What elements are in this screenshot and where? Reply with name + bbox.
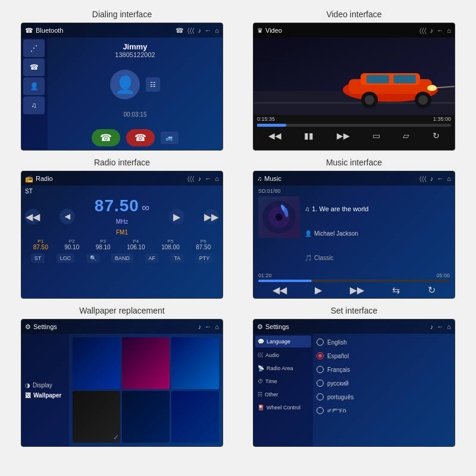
display-label: Display — [33, 382, 52, 389]
dial-main: Jimmy 13805122002 👤 ☷ 00:03:15 ☎ ☎ 🚙 — [48, 37, 223, 150]
wallpaper-thumb-3[interactable] — [171, 337, 219, 389]
dial-call-btn[interactable]: ☎ — [23, 58, 45, 76]
music-vol-icon[interactable]: ♪ — [430, 175, 434, 182]
video-title-text: Video — [265, 27, 282, 34]
equalizer-icon[interactable]: 〈〈〈 — [187, 27, 195, 35]
wallpaper-home-icon[interactable]: ⌂ — [215, 323, 219, 330]
settings-menu-time[interactable]: ⏱ Time — [255, 375, 311, 387]
radio-home-icon[interactable]: ⌂ — [215, 175, 219, 182]
lang-french[interactable]: Français — [317, 364, 451, 375]
preset-6[interactable]: P6 87.50 — [196, 239, 211, 250]
display-icon: ◑ — [25, 382, 30, 389]
radio-btn-ta[interactable]: TA — [170, 253, 184, 263]
music-next-btn[interactable]: ▶▶ — [350, 284, 364, 296]
video-btn-row: ◀◀ ▮▮ ▶▶ ▭ ▱ ↻ — [257, 129, 451, 143]
video-pause-btn[interactable]: ▮▮ — [304, 131, 314, 140]
preset-3[interactable]: P3 98.10 — [96, 239, 111, 250]
video-back-icon[interactable]: ← — [437, 27, 443, 34]
preset-2[interactable]: P2 90.10 — [64, 239, 79, 250]
phone-icon[interactable]: ☎ — [176, 27, 184, 35]
preset-4[interactable]: P4 106.10 — [127, 239, 145, 250]
music-prev-btn[interactable]: ◀◀ — [273, 284, 287, 296]
accept-call-button[interactable]: ☎ — [92, 129, 120, 146]
volume-icon[interactable]: ♪ — [198, 27, 202, 34]
music-progress-bar[interactable] — [258, 280, 450, 282]
radio-btn-search[interactable]: 🔍 — [86, 253, 100, 263]
lang-spanish[interactable]: Español — [317, 350, 451, 362]
music-title-row: ♫ 1. We are the world — [305, 205, 450, 212]
wallpaper-thumb-6[interactable] — [171, 391, 219, 443]
keypad-grid-btn[interactable]: ☷ — [146, 77, 160, 92]
preset-5[interactable]: P5 108.00 — [161, 239, 180, 250]
wheel-icon: 🎴 — [258, 405, 264, 411]
radio-btn-af[interactable]: AF — [145, 253, 159, 263]
video-vol-icon[interactable]: ♪ — [430, 27, 434, 34]
music-content: SD:01/80 ♫ 1. We — [253, 186, 455, 298]
video-repeat-btn[interactable]: ↻ — [433, 131, 440, 140]
video-eq-icon[interactable]: 〈〈〈 — [419, 27, 427, 35]
dial-music-btn[interactable]: ♫ — [23, 96, 45, 114]
radio-btn-loc[interactable]: LOC — [57, 253, 75, 263]
other-call-button[interactable]: 🚙 — [161, 131, 178, 144]
wallpaper-back-icon[interactable]: ← — [205, 323, 211, 330]
video-progress-bar[interactable] — [257, 124, 451, 127]
home-icon[interactable]: ⌂ — [215, 27, 219, 34]
settings-menu-other[interactable]: ☷ Other — [255, 389, 311, 400]
lang-other[interactable]: ሆምፑስ — [317, 405, 451, 416]
wallpaper-thumb-4[interactable] — [73, 391, 120, 443]
radio-vol-icon[interactable]: ♪ — [198, 175, 202, 182]
wallpaper-vol-icon[interactable]: ♪ — [198, 323, 202, 330]
settings-menu-wheel[interactable]: 🎴 Wheel Control — [255, 402, 311, 414]
dialing-screen: ☎ Bluetooth ☎ 〈〈〈 ♪ ← ⌂ ⋰ ☎ 👤 ♫ — [21, 23, 223, 151]
preset-6-freq: 87.50 — [196, 244, 211, 250]
settings-menu-audio[interactable]: 〈〈〈 Audio — [255, 349, 311, 361]
radio-back-icon[interactable]: ← — [205, 175, 211, 182]
freq-display: 87.50 ∞ MHz FM1 — [95, 196, 149, 237]
music-eq-icon[interactable]: 〈〈〈 — [419, 175, 427, 183]
dialing-topbar-icons: ☎ 〈〈〈 ♪ ← ⌂ — [176, 27, 219, 35]
radio-btn-band[interactable]: BAND — [111, 253, 133, 263]
video-aspect-btn[interactable]: ▱ — [403, 131, 409, 140]
video-time-current: 0:15:35 — [257, 116, 275, 122]
music-shuffle-btn[interactable]: ⇆ — [392, 284, 400, 296]
video-crown-icon: ♛ — [257, 27, 263, 35]
wallpaper-topbar: ⚙ Settings ♪ ← ⌂ — [21, 320, 223, 334]
music-back-icon[interactable]: ← — [437, 175, 443, 182]
music-repeat-btn[interactable]: ↻ — [428, 284, 436, 296]
freq-skip-next[interactable]: ▶▶ — [203, 209, 219, 224]
wallpaper-thumb-2[interactable] — [122, 337, 170, 389]
video-prev-btn[interactable]: ◀◀ — [268, 131, 281, 140]
music-note-icon: ♫ — [257, 175, 262, 182]
settings-vol-icon[interactable]: ♪ — [430, 323, 434, 330]
preset-1[interactable]: P1 87.50 — [33, 239, 48, 250]
wallpaper-thumb-5[interactable] — [122, 391, 170, 443]
lang-russian[interactable]: русский — [317, 377, 451, 389]
lang-portuguese[interactable]: português — [317, 391, 451, 403]
wallpaper-menu-display[interactable]: ◑ Display — [25, 382, 65, 389]
radio-btn-pty[interactable]: PTY — [196, 253, 214, 263]
video-home-icon[interactable]: ⌂ — [447, 27, 451, 34]
freq-prev[interactable]: ◄ — [60, 209, 75, 224]
music-track-icon: ♫ — [305, 205, 309, 212]
music-play-btn[interactable]: ▶ — [315, 284, 322, 296]
dial-contact-btn[interactable]: 👤 — [23, 77, 45, 95]
radio-btn-st[interactable]: ST — [31, 253, 45, 263]
decline-call-button[interactable]: ☎ — [126, 129, 155, 146]
lang-other-radio — [317, 407, 324, 414]
wallpaper-thumb-1[interactable] — [73, 337, 120, 389]
radio-eq-icon[interactable]: 〈〈〈 — [187, 175, 195, 183]
wallpaper-menu-wallpaper[interactable]: 🖼 Wallpaper — [25, 392, 65, 399]
settings-back-icon[interactable]: ← — [437, 323, 443, 330]
settings-home-icon[interactable]: ⌂ — [447, 323, 451, 330]
video-next-btn[interactable]: ▶▶ — [337, 131, 350, 140]
back-icon[interactable]: ← — [205, 27, 211, 34]
video-progress-fill — [257, 124, 286, 127]
video-subtitle-btn[interactable]: ▭ — [372, 131, 380, 140]
freq-next[interactable]: ▶ — [169, 209, 184, 224]
dial-keypad-btn[interactable]: ⋰ — [23, 39, 45, 57]
settings-menu-radio-area[interactable]: 📡 Radio Area — [255, 362, 311, 374]
lang-english[interactable]: English — [317, 336, 451, 348]
freq-skip-prev[interactable]: ◀◀ — [25, 209, 40, 224]
music-home-icon[interactable]: ⌂ — [447, 175, 451, 182]
settings-menu-language[interactable]: 💬 Language — [255, 336, 311, 347]
